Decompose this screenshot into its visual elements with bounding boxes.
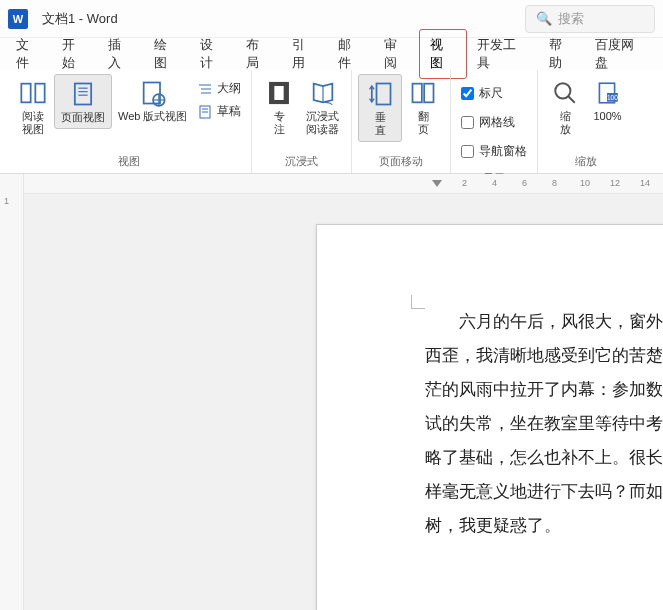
zoom-label: 缩 放 bbox=[560, 110, 571, 136]
focus-label: 专 注 bbox=[274, 110, 285, 136]
document-page[interactable]: 六月的午后，风很大，窗外 西歪，我清晰地感受到它的苦楚 茫的风雨中拉开了内幕：参… bbox=[316, 224, 663, 610]
ribbon-tabs: 文件 开始 插入 绘图 设计 布局 引用 邮件 审阅 视图 开发工具 帮助 百度… bbox=[0, 38, 663, 70]
hruler-tick: 2 bbox=[462, 178, 467, 188]
vertical-label: 垂 直 bbox=[375, 111, 386, 137]
outline-button[interactable]: 大纲 bbox=[197, 80, 241, 97]
ribbon: 阅读 视图 页面视图 Web 版式视图 大纲 bbox=[0, 70, 663, 174]
search-icon: 🔍 bbox=[536, 11, 552, 26]
side-to-side-icon bbox=[408, 78, 438, 108]
margin-corner-mark bbox=[411, 295, 425, 309]
body-text-line[interactable]: 略了基础，怎么也补不上。很长 bbox=[425, 441, 663, 475]
immersive-reader-icon bbox=[308, 78, 338, 108]
ruler-checkbox-input[interactable] bbox=[461, 87, 474, 100]
word-app-icon: W bbox=[8, 9, 28, 29]
svg-rect-17 bbox=[275, 86, 284, 100]
read-view-icon bbox=[18, 78, 48, 108]
side-to-side-label: 翻 页 bbox=[418, 110, 429, 136]
body-text-line[interactable]: 茫的风雨中拉开了内幕：参加数 bbox=[425, 373, 663, 407]
ruler-checkbox[interactable]: 标尺 bbox=[461, 82, 527, 105]
gridlines-checkbox-input[interactable] bbox=[461, 116, 474, 129]
focus-button[interactable]: 专 注 bbox=[258, 74, 300, 140]
zoom-100-button[interactable]: 100 100% bbox=[586, 74, 628, 127]
hruler-tick: 14 bbox=[640, 178, 650, 188]
search-box[interactable]: 🔍 搜索 bbox=[525, 5, 655, 33]
hruler-tick: 4 bbox=[492, 178, 497, 188]
vertical-icon bbox=[365, 79, 395, 109]
side-to-side-button[interactable]: 翻 页 bbox=[402, 74, 444, 140]
vertical-button[interactable]: 垂 直 bbox=[358, 74, 402, 142]
read-view-button[interactable]: 阅读 视图 bbox=[12, 74, 54, 140]
web-layout-button[interactable]: Web 版式视图 bbox=[112, 74, 193, 127]
svg-rect-21 bbox=[413, 84, 422, 103]
outline-icon bbox=[197, 81, 213, 97]
navpane-checkbox-input[interactable] bbox=[461, 145, 474, 158]
group-views-label: 视图 bbox=[118, 152, 140, 171]
body-text-line[interactable]: 西歪，我清晰地感受到它的苦楚 bbox=[425, 339, 663, 373]
ruler-tab-marker[interactable] bbox=[432, 180, 442, 187]
svg-rect-22 bbox=[425, 84, 434, 103]
body-text-line[interactable]: 六月的午后，风很大，窗外 bbox=[425, 305, 663, 339]
group-views: 阅读 视图 页面视图 Web 版式视图 大纲 bbox=[6, 70, 252, 173]
immersive-reader-label: 沉浸式 阅读器 bbox=[306, 110, 339, 136]
focus-icon bbox=[264, 78, 294, 108]
vertical-ruler[interactable]: 1 bbox=[0, 174, 24, 610]
horizontal-ruler[interactable]: 2 4 6 8 10 12 14 16 bbox=[24, 174, 663, 194]
svg-rect-1 bbox=[35, 84, 44, 103]
navpane-checkbox-label: 导航窗格 bbox=[479, 143, 527, 160]
read-view-label: 阅读 视图 bbox=[22, 110, 44, 136]
svg-rect-2 bbox=[75, 84, 91, 105]
draft-label: 草稿 bbox=[217, 103, 241, 120]
svg-rect-0 bbox=[21, 84, 30, 103]
print-layout-label: 页面视图 bbox=[61, 111, 105, 124]
immersive-reader-button[interactable]: 沉浸式 阅读器 bbox=[300, 74, 345, 140]
print-layout-icon bbox=[68, 79, 98, 109]
draft-button[interactable]: 草稿 bbox=[197, 103, 241, 120]
document-viewport[interactable]: 六月的午后，风很大，窗外 西歪，我清晰地感受到它的苦楚 茫的风雨中拉开了内幕：参… bbox=[24, 194, 663, 610]
vruler-tick: 1 bbox=[4, 196, 9, 206]
zoom-100-label: 100% bbox=[593, 110, 621, 123]
navpane-checkbox[interactable]: 导航窗格 bbox=[461, 140, 527, 163]
zoom-button[interactable]: 缩 放 bbox=[544, 74, 586, 140]
document-title: 文档1 - Word bbox=[42, 10, 118, 28]
body-text-line[interactable]: 树，我更疑惑了。 bbox=[425, 509, 663, 543]
group-page-movement: 垂 直 翻 页 页面移动 bbox=[352, 70, 451, 173]
ruler-checkbox-label: 标尺 bbox=[479, 85, 503, 102]
gridlines-checkbox[interactable]: 网格线 bbox=[461, 111, 527, 134]
group-immersive: 专 注 沉浸式 阅读器 沉浸式 bbox=[252, 70, 352, 173]
zoom-icon bbox=[550, 78, 580, 108]
group-show: 标尺 网格线 导航窗格 显示 bbox=[451, 70, 538, 173]
svg-line-24 bbox=[569, 96, 576, 103]
svg-rect-19 bbox=[377, 84, 391, 105]
print-layout-button[interactable]: 页面视图 bbox=[54, 74, 112, 129]
gridlines-checkbox-label: 网格线 bbox=[479, 114, 515, 131]
body-text-line[interactable]: 样毫无意义地进行下去吗？而如 bbox=[425, 475, 663, 509]
hruler-tick: 8 bbox=[552, 178, 557, 188]
outline-label: 大纲 bbox=[217, 80, 241, 97]
work-area: 1 2 4 6 8 10 12 14 16 六月的午后，风很大，窗外 西歪，我清… bbox=[0, 174, 663, 610]
hruler-tick: 12 bbox=[610, 178, 620, 188]
svg-point-23 bbox=[556, 83, 571, 98]
search-placeholder: 搜索 bbox=[558, 10, 584, 28]
group-page-movement-label: 页面移动 bbox=[379, 152, 423, 171]
web-layout-label: Web 版式视图 bbox=[118, 110, 187, 123]
group-zoom-label: 缩放 bbox=[575, 152, 597, 171]
hruler-tick: 10 bbox=[580, 178, 590, 188]
body-text-line[interactable]: 试的失常，坐在教室里等待中考 bbox=[425, 407, 663, 441]
zoom-100-icon: 100 bbox=[592, 78, 622, 108]
hruler-tick: 6 bbox=[522, 178, 527, 188]
draft-icon bbox=[197, 104, 213, 120]
group-immersive-label: 沉浸式 bbox=[285, 152, 318, 171]
svg-text:100: 100 bbox=[607, 94, 618, 101]
web-layout-icon bbox=[138, 78, 168, 108]
group-zoom: 缩 放 100 100% 缩放 bbox=[538, 70, 634, 173]
